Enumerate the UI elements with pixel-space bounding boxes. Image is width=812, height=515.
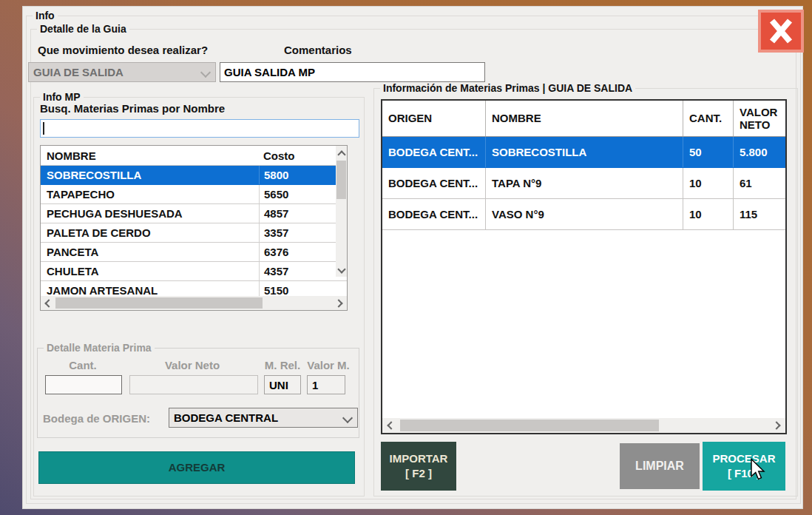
bodega-origen-label: Bodega de ORIGEN: — [43, 412, 150, 425]
close-icon — [766, 17, 796, 45]
movement-question-label: Que movimiento desea realizar? — [38, 44, 208, 56]
table-row[interactable]: BODEGA CENT...TAPA N°91061 — [382, 168, 785, 199]
agregar-button[interactable]: AGREGAR — [38, 451, 355, 484]
horizontal-scrollbar[interactable] — [382, 418, 785, 433]
importar-button-label: IMPORTAR — [390, 451, 448, 466]
cell-origen: BODEGA CENT... — [382, 137, 486, 167]
guide-items-header: ORIGEN NOMBRE CANT. VALOR NETO — [382, 101, 785, 137]
close-button[interactable] — [758, 10, 804, 53]
horizontal-scrollbar-thumb[interactable] — [55, 297, 263, 309]
desktop: Info Detalle de la Guia Que movimiento d… — [0, 0, 812, 515]
chevron-down-icon — [200, 67, 211, 77]
materials-rows: SOBRECOSTILLA5800TAPAPECHO5650PECHUGA DE… — [41, 166, 347, 300]
guide-items-table: ORIGEN NOMBRE CANT. VALOR NETO BODEGA CE… — [381, 99, 787, 434]
cell-valor-neto: 61 — [734, 168, 785, 198]
info-materias-groupbox: Información de Materias Primas | GUIA DE… — [373, 88, 798, 497]
header-origen: ORIGEN — [382, 101, 486, 136]
info-materias-group-label: Información de Materias Primas | GUIA DE… — [380, 82, 635, 94]
detalle-materia-prima-label: Detalle Materia Prima — [44, 342, 155, 354]
item-costo: 4857 — [259, 204, 331, 223]
m-rel-field: UNI — [264, 375, 301, 394]
cant-input[interactable] — [45, 375, 122, 394]
movement-type-dropdown[interactable]: GUIA DE SALIDA — [28, 62, 216, 82]
cell-cant: 10 — [683, 199, 734, 229]
detalle-guia-group-label: Detalle de la Guia — [37, 23, 129, 35]
item-costo: 4357 — [259, 262, 331, 280]
horizontal-scrollbar-thumb[interactable] — [400, 420, 659, 431]
cell-origen: BODEGA CENT... — [382, 168, 486, 198]
bodega-origen-value: BODEGA CENTRAL — [174, 411, 278, 424]
item-costo: 3357 — [259, 223, 331, 242]
cant-label: Cant. — [50, 359, 116, 371]
table-row[interactable]: BODEGA CENT...VASO N°910115 — [382, 199, 785, 230]
importar-button-key: [ F2 ] — [405, 466, 432, 481]
header-nombre: NOMBRE — [41, 149, 259, 162]
scroll-right-icon[interactable] — [334, 299, 342, 307]
header-nombre: NOMBRE — [486, 101, 683, 136]
detalle-materia-prima-groupbox: Detalle Materia Prima Cant. Valor Neto M… — [37, 348, 359, 438]
vertical-scrollbar[interactable] — [336, 146, 347, 277]
item-costo: 5800 — [259, 166, 331, 184]
limpiar-button-label: LIMPIAR — [635, 458, 684, 474]
list-item[interactable]: PECHUGA DESHUESADA4857 — [41, 204, 347, 223]
importar-button[interactable]: IMPORTAR [ F2 ] — [381, 442, 456, 491]
info-group-label: Info — [33, 10, 58, 21]
item-nombre: JAMON ARTESANAL — [41, 284, 259, 297]
procesar-button[interactable]: PROCESAR [ F10 ] — [703, 442, 785, 491]
item-costo: 5650 — [259, 185, 331, 203]
cell-nombre: TAPA N°9 — [486, 168, 683, 198]
item-nombre: PANCETA — [41, 246, 259, 258]
comments-input[interactable] — [220, 62, 485, 82]
list-item[interactable]: PANCETA6376 — [41, 243, 347, 262]
header-cant: CANT. — [683, 101, 734, 136]
bodega-origen-dropdown[interactable]: BODEGA CENTRAL — [169, 408, 358, 428]
cell-valor-neto: 115 — [734, 199, 785, 229]
list-item[interactable]: CHULETA4357 — [41, 262, 347, 281]
cell-valor-neto: 5.800 — [734, 137, 785, 167]
search-input[interactable] — [40, 119, 359, 138]
info-mp-group-label: Info MP — [40, 91, 84, 103]
scroll-left-icon[interactable] — [387, 421, 395, 429]
valor-m-label: Valor M. — [302, 359, 354, 371]
list-item[interactable]: PALETA DE CERDO3357 — [41, 223, 347, 243]
cell-nombre: SOBRECOSTILLA — [486, 137, 683, 167]
scroll-left-icon[interactable] — [44, 299, 53, 307]
scroll-down-icon[interactable] — [337, 265, 345, 273]
movement-type-value: GUIA DE SALIDA — [33, 66, 124, 78]
m-rel-label: M. Rel. — [257, 359, 308, 371]
cell-cant: 50 — [683, 137, 734, 167]
item-nombre: PALETA DE CERDO — [41, 226, 259, 239]
horizontal-scrollbar[interactable] — [41, 296, 347, 310]
search-label: Busq. Materias Primas por Nombre — [40, 102, 225, 115]
item-nombre: CHULETA — [41, 265, 259, 277]
scroll-up-icon[interactable] — [337, 150, 345, 158]
scroll-right-icon[interactable] — [772, 421, 780, 429]
list-item[interactable]: SOBRECOSTILLA5800 — [41, 166, 347, 185]
agregar-button-label: AGREGAR — [169, 460, 226, 475]
comments-label: Comentarios — [284, 44, 352, 56]
header-valor-neto: VALOR NETO — [734, 101, 785, 136]
dialog-window: Info Detalle de la Guia Que movimiento d… — [22, 6, 803, 509]
limpiar-button[interactable]: LIMPIAR — [620, 443, 700, 489]
item-costo: 6376 — [259, 243, 331, 261]
cell-nombre: VASO N°9 — [486, 199, 683, 229]
materials-list-header: NOMBRE Costo — [41, 146, 347, 166]
materials-list: NOMBRE Costo SOBRECOSTILLA5800TAPAPECHO5… — [40, 145, 348, 311]
mouse-cursor-icon — [748, 458, 766, 482]
list-item[interactable]: TAPAPECHO5650 — [41, 185, 347, 204]
item-nombre: SOBRECOSTILLA — [41, 169, 259, 181]
valor-m-field: 1 — [307, 375, 345, 394]
text-caret — [43, 122, 44, 135]
cell-cant: 10 — [683, 168, 734, 198]
header-costo: Costo — [259, 146, 331, 165]
chevron-down-icon — [342, 412, 353, 423]
guide-items-rows: BODEGA CENT...SOBRECOSTILLA505.800BODEGA… — [382, 137, 785, 230]
cell-origen: BODEGA CENT... — [382, 199, 486, 229]
valor-neto-input[interactable] — [129, 375, 258, 394]
item-nombre: TAPAPECHO — [41, 188, 259, 201]
table-row[interactable]: BODEGA CENT...SOBRECOSTILLA505.800 — [382, 137, 785, 168]
valor-neto-label: Valor Neto — [148, 359, 237, 371]
info-mp-groupbox: Info MP Busq. Materias Primas por Nombre… — [33, 97, 365, 497]
item-nombre: PECHUGA DESHUESADA — [41, 207, 259, 220]
vertical-scrollbar-thumb[interactable] — [336, 161, 346, 199]
